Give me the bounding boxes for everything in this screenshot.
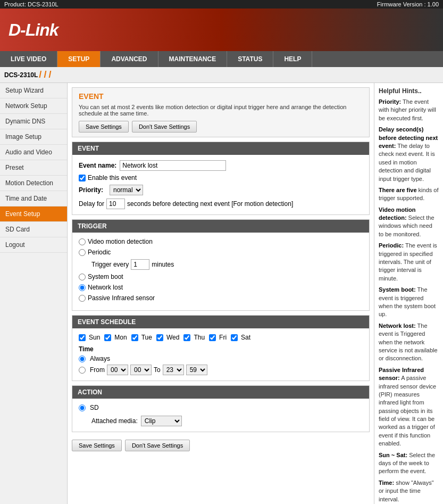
trigger-network-lost-radio[interactable] (79, 284, 86, 291)
trigger-every-input[interactable] (131, 259, 149, 270)
page-title: EVENT (79, 92, 363, 101)
sidebar-item-preset[interactable]: Preset (0, 160, 67, 176)
trigger-periodic-label: Periodic (88, 249, 111, 256)
sidebar-item-audio-video[interactable]: Audio and Video (0, 145, 67, 160)
media-select[interactable]: Clip Snapshot (141, 416, 182, 426)
sidebar-item-dynamic-dns[interactable]: Dynamic DNS (0, 114, 67, 129)
sidebar-item-motion-detection[interactable]: Motion Detection (0, 176, 67, 191)
day-wed: Wed (156, 334, 179, 341)
day-sun-check[interactable] (79, 334, 86, 341)
enable-checkbox[interactable] (79, 175, 86, 181)
hint-five-kinds: There are five kinds of trigger supporte… (379, 186, 439, 203)
tab-maintenance[interactable]: MAINTENANCE (158, 51, 228, 67)
hint-sun-sat: Sun ~ Sat: Select the days of the week t… (379, 451, 439, 476)
breadcrumb-slash-2: / (44, 69, 46, 80)
trigger-video-motion-label: Video motion detection (88, 238, 153, 245)
trigger-pir-label: Passive Infrared sensor (88, 294, 155, 302)
page-title-box: EVENT You can set at most 2 events like … (72, 87, 370, 137)
day-fri-label: Fri (219, 334, 227, 341)
priority-select[interactable]: normal low high (110, 185, 143, 195)
event-section-header: EVENT (72, 142, 369, 155)
breadcrumb: DCS-2310L / / / (0, 67, 443, 83)
hints-title: Helpful Hints.. (379, 87, 439, 95)
day-sun-label: Sun (89, 334, 100, 341)
trigger-network-lost: Network lost (79, 284, 363, 291)
breadcrumb-slash-3: / (48, 69, 51, 80)
schedule-section: EVENT SCHEDULE Sun Mon Tue (72, 315, 370, 381)
delay-suffix: seconds before detecting next event [For… (127, 200, 293, 208)
sidebar-item-network-setup[interactable]: Network Setup (0, 98, 67, 114)
breadcrumb-slash-1: / (39, 69, 41, 80)
delay-row: Delay for seconds before detecting next … (79, 199, 363, 209)
sidebar-item-event-setup[interactable]: Event Setup (0, 206, 67, 222)
trigger-pir-radio[interactable] (79, 295, 86, 302)
main-layout: Setup Wizard Network Setup Dynamic DNS I… (0, 83, 443, 504)
day-tue: Tue (131, 334, 152, 341)
time-to-min[interactable]: 00051015 20253035 4045505559 (186, 365, 207, 375)
tab-setup[interactable]: SETUP (57, 51, 101, 67)
time-always-radio[interactable] (79, 356, 86, 362)
sidebar-item-setup-wizard[interactable]: Setup Wizard (0, 83, 67, 98)
delay-input[interactable] (106, 199, 125, 209)
day-sun: Sun (79, 334, 100, 341)
time-to-label: To (154, 366, 161, 374)
time-from-min[interactable]: 00051015 20253035 4045505559 (130, 365, 152, 375)
tab-help[interactable]: HELP (273, 51, 312, 67)
day-tue-label: Tue (141, 334, 152, 341)
hint-video-motion: Video motion detection: Select the windo… (379, 206, 439, 239)
tab-live-video[interactable]: LIVE VIDEO (0, 51, 57, 67)
trigger-video-motion: Video motion detection (79, 238, 363, 245)
sidebar-item-sd-card[interactable]: SD Card (0, 222, 67, 237)
day-fri-check[interactable] (209, 334, 216, 341)
hint-time: Time: show "Always" or input the time in… (379, 479, 439, 503)
days-row: Sun Mon Tue Wed (79, 334, 363, 341)
day-sat-check[interactable] (231, 334, 238, 341)
enable-label: Enable this event (88, 174, 137, 181)
day-thu: Thu (183, 334, 205, 341)
tab-status[interactable]: STATUS (227, 51, 273, 67)
sidebar-item-time-date[interactable]: Time and Date (0, 191, 67, 206)
trigger-minutes-label: minutes (152, 261, 174, 268)
trigger-system-boot-label: System boot (88, 273, 123, 280)
trigger-section-body: Video motion detection Periodic Trigger … (72, 233, 369, 310)
time-from-hour[interactable]: 00010203 04050607 08091011 12131415 1617… (107, 365, 128, 375)
trigger-network-lost-label: Network lost (88, 284, 123, 291)
day-thu-check[interactable] (183, 334, 190, 341)
footer-dont-save-btn[interactable]: Don't Save Settings (125, 440, 190, 451)
trigger-periodic: Periodic (79, 249, 363, 256)
top-save-btn[interactable]: Save Settings (79, 121, 129, 133)
hint-delay: Delay second(s) before detecting next ev… (379, 126, 439, 183)
time-range-radio[interactable] (79, 367, 86, 374)
action-sd-radio[interactable] (79, 404, 86, 411)
time-always-row: Always (79, 355, 363, 362)
tab-advanced[interactable]: ADVANCED (101, 51, 158, 67)
nav-tabs: LIVE VIDEO SETUP ADVANCED MAINTENANCE ST… (0, 51, 443, 67)
day-sat: Sat (231, 334, 250, 341)
media-row: Attached media: Clip Snapshot (91, 416, 363, 426)
time-to-hour[interactable]: 00010203 04050607 08091011 12131415 1617… (163, 365, 184, 375)
hint-system-boot: System boot: The event is triggered when… (379, 286, 439, 319)
action-sd-row: SD (79, 404, 363, 411)
day-tue-check[interactable] (131, 334, 138, 341)
breadcrumb-model: DCS-2310L (4, 71, 38, 79)
hint-network-lost: Network lost: The event is Triggered whe… (379, 322, 439, 363)
trigger-system-boot-radio[interactable] (79, 274, 86, 280)
footer-save-btn[interactable]: Save Settings (72, 440, 122, 451)
schedule-section-header: EVENT SCHEDULE (72, 316, 369, 328)
sidebar-item-logout[interactable]: Logout (0, 237, 67, 253)
trigger-system-boot: System boot (79, 273, 363, 280)
trigger-video-motion-radio[interactable] (79, 238, 86, 245)
day-mon-check[interactable] (104, 334, 111, 341)
event-name-input[interactable] (120, 160, 226, 171)
trigger-every-label: Trigger every (91, 261, 129, 268)
header: D-Link (0, 9, 443, 51)
event-section: EVENT Event name: Enable this event Prio… (72, 142, 370, 215)
top-bar: Product: DCS-2310L Firmware Version : 1.… (0, 0, 443, 9)
trigger-periodic-radio[interactable] (79, 249, 86, 256)
page-description: You can set at most 2 events like motion… (79, 104, 363, 117)
sidebar-item-image-setup[interactable]: Image Setup (0, 129, 67, 145)
top-dont-save-btn[interactable]: Don't Save Settings (132, 121, 197, 133)
day-wed-check[interactable] (156, 334, 163, 341)
day-mon: Mon (104, 334, 127, 341)
day-wed-label: Wed (166, 334, 179, 341)
